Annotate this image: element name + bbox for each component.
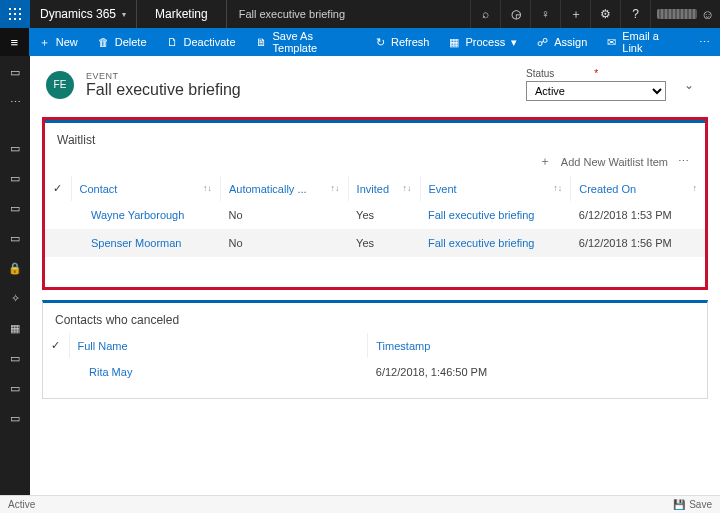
trash-icon: 🗑 [98, 36, 109, 48]
delete-label: Delete [115, 36, 147, 48]
status-select[interactable]: Active [526, 81, 666, 101]
bulb-icon[interactable]: ♀ [530, 0, 560, 28]
process-button[interactable]: ▦Process▾ [439, 28, 527, 56]
command-bar: ≡ ＋New 🗑Delete 🗋Deactivate 🗎Save As Temp… [0, 28, 720, 56]
nav-item[interactable]: ▭ [0, 228, 30, 248]
contact-link[interactable]: Wayne Yarborough [71, 201, 220, 229]
nav-item[interactable]: ▭ [0, 138, 30, 158]
global-actions: ⌕ ◶ ♀ ＋ ⚙ ? [470, 0, 650, 28]
nav-item[interactable]: 🔒 [0, 258, 30, 278]
user-menu[interactable]: ☺ [650, 0, 720, 28]
new-label: New [56, 36, 78, 48]
col-auto[interactable]: Automatically ...↑↓ [220, 176, 348, 201]
col-timestamp[interactable]: Timestamp [368, 333, 707, 358]
table-row[interactable]: Rita May 6/12/2018, 1:46:50 PM [43, 358, 707, 386]
waitlist-more[interactable]: ⋯ [678, 155, 691, 168]
cell-invited: Yes [348, 229, 420, 257]
col-invited[interactable]: Invited↑↓ [348, 176, 420, 201]
save-as-template-button[interactable]: 🗎Save As Template [246, 28, 366, 56]
brand-label: Dynamics 365 [40, 7, 116, 21]
nav-item[interactable]: ▭ [0, 62, 30, 82]
nav-item[interactable]: ▭ [0, 408, 30, 428]
cell-auto: No [220, 201, 348, 229]
help-icon[interactable]: ? [620, 0, 650, 28]
process-icon: ▦ [449, 36, 459, 49]
plus-icon: ＋ [39, 35, 50, 50]
nav-item[interactable]: ▭ [0, 348, 30, 368]
nav-item[interactable]: ✧ [0, 288, 30, 308]
contact-link[interactable]: Rita May [69, 358, 368, 386]
save-button[interactable]: 💾Save [673, 499, 712, 510]
svg-rect-2 [19, 8, 21, 10]
svg-rect-3 [9, 13, 11, 15]
brand-switcher[interactable]: Dynamics 365 ▾ [30, 0, 137, 28]
plus-icon[interactable]: ＋ [560, 0, 590, 28]
user-name-redacted [657, 9, 697, 19]
svg-rect-6 [9, 18, 11, 20]
col-created[interactable]: Created On↑ [571, 176, 705, 201]
area-label[interactable]: Marketing [137, 0, 227, 28]
cell-auto: No [220, 229, 348, 257]
nav-item[interactable]: ▦ [0, 318, 30, 338]
table-row[interactable]: Spenser Moorman No Yes Fall executive br… [45, 229, 705, 257]
record-name: Fall executive briefing [86, 81, 241, 99]
new-button[interactable]: ＋New [29, 28, 88, 56]
svg-rect-8 [19, 18, 21, 20]
deactivate-label: Deactivate [184, 36, 236, 48]
select-all-col[interactable]: ✓ [45, 176, 71, 201]
add-waitlist-button[interactable]: Add New Waitlist Item [561, 156, 668, 168]
table-row[interactable]: Wayne Yarborough No Yes Fall executive b… [45, 201, 705, 229]
event-link[interactable]: Fall executive briefing [420, 229, 571, 257]
gear-icon[interactable]: ⚙ [590, 0, 620, 28]
delete-button[interactable]: 🗑Delete [88, 28, 157, 56]
add-icon: ＋ [539, 153, 551, 170]
global-nav-bar: Dynamics 365 ▾ Marketing Fall executive … [0, 0, 720, 28]
nav-item[interactable]: ▭ [0, 378, 30, 398]
canceled-grid: ✓ Full Name Timestamp Rita May 6/12/2018… [43, 333, 707, 386]
assign-icon: ☍ [537, 36, 548, 49]
sort-icon: ↑↓ [203, 183, 212, 193]
waitlist-panel: Waitlist ＋ Add New Waitlist Item ⋯ ✓ Con… [42, 117, 708, 290]
select-all-col[interactable]: ✓ [43, 333, 69, 358]
task-icon[interactable]: ◶ [500, 0, 530, 28]
sort-icon: ↑ [693, 183, 698, 193]
nav-item[interactable]: ▭ [0, 198, 30, 218]
sitemap-toggle[interactable]: ≡ [0, 28, 29, 56]
cell-invited: Yes [348, 201, 420, 229]
more-commands[interactable]: ⋯ [689, 28, 720, 56]
status-label: Status [526, 68, 554, 79]
breadcrumb-current[interactable]: Fall executive briefing [227, 0, 470, 28]
nav-more[interactable]: ⋯ [0, 92, 30, 112]
email-link-button[interactable]: ✉Email a Link [597, 28, 689, 56]
col-contact[interactable]: Contact↑↓ [71, 176, 220, 201]
cell-created: 6/12/2018 1:56 PM [571, 229, 705, 257]
header-expand[interactable]: ⌄ [678, 78, 700, 92]
col-fullname[interactable]: Full Name [69, 333, 368, 358]
search-icon[interactable]: ⌕ [470, 0, 500, 28]
svg-rect-5 [19, 13, 21, 15]
nav-item[interactable]: ▭ [0, 168, 30, 188]
assign-label: Assign [554, 36, 587, 48]
sort-icon: ↑↓ [331, 183, 340, 193]
refresh-button[interactable]: ↻Refresh [366, 28, 440, 56]
form-body: FE EVENT Fall executive briefing Status*… [30, 56, 720, 495]
refresh-icon: ↻ [376, 36, 385, 49]
status-field: Status* Active [526, 68, 666, 101]
waitlist-grid: ✓ Contact↑↓ Automatically ...↑↓ Invited↑… [45, 176, 705, 257]
canceled-title: Contacts who canceled [43, 303, 707, 333]
event-link[interactable]: Fall executive briefing [420, 201, 571, 229]
record-header: FE EVENT Fall executive briefing Status*… [30, 56, 720, 113]
deactivate-button[interactable]: 🗋Deactivate [157, 28, 246, 56]
svg-rect-1 [14, 8, 16, 10]
svg-rect-4 [14, 13, 16, 15]
record-state: Active [8, 499, 35, 510]
contact-link[interactable]: Spenser Moorman [71, 229, 220, 257]
cell-timestamp: 6/12/2018, 1:46:50 PM [368, 358, 707, 386]
waitlist-title: Waitlist [45, 123, 705, 153]
canceled-panel: Contacts who canceled ✓ Full Name Timest… [42, 300, 708, 399]
chevron-down-icon: ▾ [122, 10, 126, 19]
col-event[interactable]: Event↑↓ [420, 176, 571, 201]
app-launcher[interactable] [0, 0, 30, 28]
save-as-template-label: Save As Template [273, 30, 356, 54]
assign-button[interactable]: ☍Assign [527, 28, 597, 56]
